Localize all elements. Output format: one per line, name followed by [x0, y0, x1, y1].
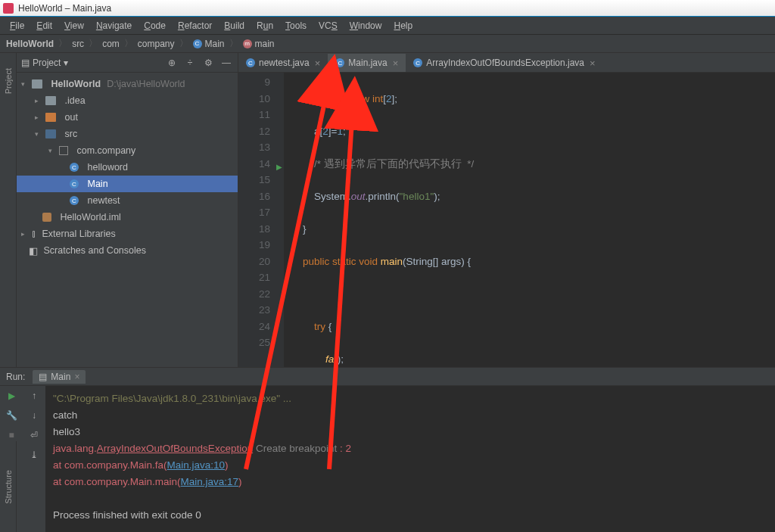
class-icon: C — [70, 196, 79, 205]
folder-icon — [32, 79, 42, 89]
editor-tabs: Cnewtest.java× CMain.java× CArrayIndexOu… — [238, 53, 775, 73]
run-toolbar-left2: ↑ ↓ ⏎ ⤓ — [23, 386, 45, 532]
run-gutter-icon[interactable]: ▶ — [276, 159, 282, 176]
console-out: catch — [53, 407, 767, 424]
run-console[interactable]: "C:\Program Files\Java\jdk1.8.0_231\bin\… — [45, 386, 775, 532]
close-icon[interactable]: × — [315, 58, 321, 69]
close-icon[interactable]: × — [393, 58, 399, 69]
folder-icon — [45, 129, 56, 138]
collapse-all-icon[interactable]: ÷ — [183, 56, 197, 70]
editor-area: Cnewtest.java× CMain.java× CArrayIndexOu… — [238, 53, 775, 367]
select-opened-file-icon[interactable]: ⊕ — [165, 56, 179, 70]
menu-build[interactable]: Build — [219, 18, 250, 33]
menu-tools[interactable]: Tools — [280, 18, 312, 33]
menu-window[interactable]: Window — [344, 18, 388, 33]
class-icon: C — [413, 58, 422, 67]
tab-main[interactable]: CMain.java× — [328, 54, 406, 72]
bc-class[interactable]: CMain — [193, 39, 225, 49]
tree-idea[interactable]: ▸ .idea — [17, 92, 238, 109]
bc-src[interactable]: src — [72, 39, 84, 49]
menu-refactor[interactable]: Refactor — [173, 18, 217, 33]
menu-navigate[interactable]: Navigate — [91, 18, 137, 33]
chevron-right-icon: 〉 — [89, 37, 98, 50]
class-icon: C — [70, 179, 79, 188]
menu-help[interactable]: Help — [388, 18, 418, 33]
stop-icon[interactable]: ■ — [8, 430, 14, 440]
tree-file-main[interactable]: C Main — [17, 176, 238, 192]
tree-external-libs[interactable]: ▸⫿ External Libraries — [17, 226, 238, 242]
stack-link[interactable]: Main.java:17 — [181, 476, 239, 487]
tree-out[interactable]: ▸ out — [17, 109, 238, 126]
window-titlebar: HelloWorld – Main.java — [0, 0, 775, 17]
down-icon[interactable]: ↓ — [32, 410, 36, 421]
menu-edit[interactable]: Edit — [31, 18, 58, 33]
rail-structure[interactable]: Structure — [4, 470, 13, 504]
console-exit: Process finished with exit code 0 — [53, 507, 767, 524]
tree-iml[interactable]: HelloWorld.iml — [17, 209, 238, 226]
code-editor[interactable]: 910111213141516171819202122232425 ▶ int … — [238, 73, 775, 367]
project-panel: ▤ Project ▾ ⊕ ÷ ⚙ — ▾ HelloWorldD:\java\… — [17, 53, 238, 367]
bc-method[interactable]: mmain — [243, 39, 275, 49]
console-out: hello3 — [53, 424, 767, 440]
stack-link[interactable]: Main.java:10 — [167, 459, 226, 471]
configure-icon[interactable]: 🔧 — [6, 410, 17, 421]
iml-icon — [42, 213, 51, 222]
folder-icon — [45, 113, 56, 122]
soft-wrap-icon[interactable]: ⏎ — [30, 430, 38, 440]
bc-company[interactable]: company — [138, 39, 175, 49]
project-dropdown[interactable]: ▤ Project ▾ — [21, 58, 68, 68]
run-panel-header: Run: ▤ Main × — [0, 368, 775, 386]
up-icon[interactable]: ↑ — [32, 390, 36, 401]
project-tree[interactable]: ▾ HelloWorldD:\java\HelloWorld ▸ .idea ▸… — [17, 73, 238, 262]
hide-panel-icon[interactable]: — — [219, 56, 233, 70]
method-icon: m — [243, 39, 252, 48]
menu-code[interactable]: Code — [139, 18, 171, 33]
code-content[interactable]: int a[] = new int[2]; a[2]=1; /* 遇到异常后下面… — [284, 73, 775, 367]
tab-exception[interactable]: CArrayIndexOutOfBoundsException.java× — [406, 54, 602, 72]
tree-root[interactable]: ▾ HelloWorldD:\java\HelloWorld — [17, 76, 238, 92]
class-icon: C — [70, 163, 79, 172]
window-title: HelloWorld – Main.java — [18, 3, 111, 14]
rerun-icon[interactable]: ▶ — [8, 390, 15, 401]
tree-file-newtest[interactable]: C newtest — [17, 192, 238, 209]
close-icon[interactable]: × — [590, 58, 596, 69]
tree-package[interactable]: ▾ com.company — [17, 142, 238, 159]
chevron-right-icon: 〉 — [179, 37, 188, 50]
menu-vcs[interactable]: VCS — [313, 18, 343, 33]
menu-run[interactable]: Run — [251, 18, 279, 33]
folder-icon — [45, 96, 56, 105]
chevron-right-icon: 〉 — [124, 37, 133, 50]
chevron-right-icon: 〉 — [229, 37, 238, 50]
console-cmd: "C:\Program Files\Java\jdk1.8.0_231\bin\… — [53, 393, 291, 404]
line-gutter[interactable]: 910111213141516171819202122232425 ▶ — [238, 73, 284, 367]
run-panel: Run: ▤ Main × ▶ 🔧 ■ ⎘ 🖶 🗑 ↑ ↓ ⏎ ⤓ "C:\Pr… — [0, 367, 775, 532]
close-icon[interactable]: × — [74, 372, 79, 382]
class-icon: C — [335, 58, 344, 67]
tree-src[interactable]: ▾ src — [17, 126, 238, 142]
tab-newtest[interactable]: Cnewtest.java× — [238, 54, 328, 72]
menu-file[interactable]: File — [5, 18, 30, 33]
left-rail-bottom: Structure — [0, 441, 17, 532]
project-panel-header: ▤ Project ▾ ⊕ ÷ ⚙ — — [17, 53, 238, 73]
menubar: File Edit View Navigate Code Refactor Bu… — [0, 17, 775, 35]
breadcrumb: HelloWorld 〉 src 〉 com 〉 company 〉 CMain… — [0, 35, 775, 53]
package-icon — [59, 146, 68, 155]
chevron-right-icon: 〉 — [58, 37, 67, 50]
rail-project[interactable]: Project — [4, 68, 13, 94]
class-icon: C — [246, 58, 255, 67]
bc-project[interactable]: HelloWorld — [6, 39, 54, 49]
bc-com[interactable]: com — [102, 39, 120, 49]
run-tab-main[interactable]: ▤ Main × — [33, 370, 86, 384]
class-icon: C — [193, 39, 202, 48]
run-label: Run: — [6, 372, 25, 382]
app-icon — [3, 3, 14, 14]
left-tool-rail: Project — [0, 53, 17, 367]
settings-icon[interactable]: ⚙ — [201, 56, 215, 70]
scroll-end-icon[interactable]: ⤓ — [30, 450, 38, 460]
tree-scratches[interactable]: ◧ Scratches and Consoles — [17, 242, 238, 259]
tree-file-helloword[interactable]: C helloword — [17, 159, 238, 176]
menu-view[interactable]: View — [59, 18, 89, 33]
